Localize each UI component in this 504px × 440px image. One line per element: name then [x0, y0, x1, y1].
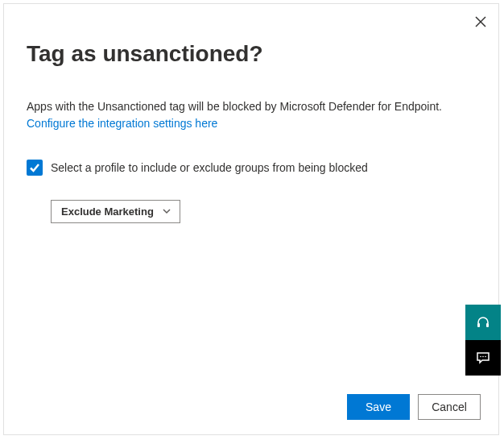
profile-checkbox-row: Select a profile to include or exclude g…: [27, 160, 476, 176]
chevron-down-icon: [162, 206, 171, 216]
svg-rect-3: [486, 323, 489, 327]
profile-dropdown[interactable]: Exclude Marketing: [51, 200, 180, 223]
cancel-button[interactable]: Cancel: [418, 394, 481, 420]
headset-icon: [475, 314, 491, 330]
close-icon: [475, 16, 486, 27]
dialog-description: Apps with the Unsanctioned tag will be b…: [27, 99, 476, 115]
tag-unsanctioned-dialog: Tag as unsanctioned? Apps with the Unsan…: [3, 3, 499, 435]
checkmark-icon: [29, 162, 40, 173]
chat-icon: [475, 350, 491, 366]
profile-checkbox[interactable]: [27, 160, 43, 176]
side-widgets: [465, 305, 501, 376]
help-widget[interactable]: [465, 305, 501, 340]
feedback-widget[interactable]: [465, 340, 501, 376]
svg-rect-2: [477, 323, 480, 327]
dialog-footer: Save Cancel: [347, 394, 481, 420]
profile-checkbox-label: Select a profile to include or exclude g…: [51, 161, 368, 174]
svg-point-5: [482, 356, 484, 358]
svg-point-6: [485, 356, 486, 358]
save-button[interactable]: Save: [347, 394, 410, 420]
dialog-title: Tag as unsanctioned?: [27, 41, 476, 67]
configure-integration-link[interactable]: Configure the integration settings here: [27, 117, 217, 130]
svg-point-4: [480, 356, 481, 358]
close-button[interactable]: [469, 10, 492, 33]
profile-dropdown-selected: Exclude Marketing: [61, 205, 154, 218]
